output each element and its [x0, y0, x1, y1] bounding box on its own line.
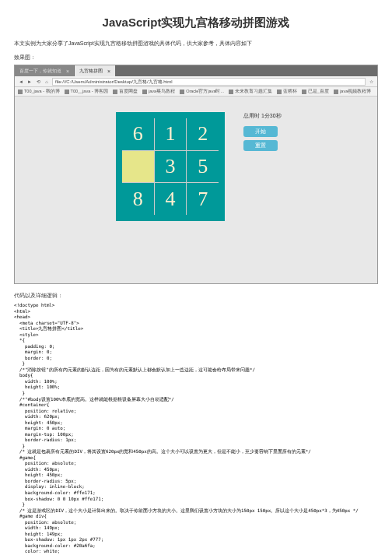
timer-text: 总用时 1分30秒 [243, 112, 282, 120]
bookmark-icon [113, 90, 117, 94]
puzzle-tile[interactable]: 5 [187, 151, 219, 183]
forward-icon[interactable]: ► [26, 79, 33, 85]
bookmark-item[interactable]: Oracle官方java时... [180, 89, 224, 94]
game-container: 6 1 2 3 5 8 4 7 总用时 1分30秒 开始 重置 [116, 112, 282, 221]
bookmark-icon [142, 90, 147, 94]
page-title: JavaScript实现九宫格移动拼图游戏 [14, 16, 378, 30]
url-input[interactable]: file:///C:/Users/Administrator/Desktop/九… [52, 78, 366, 86]
bookmark-icon [65, 90, 69, 94]
close-icon[interactable]: × [107, 68, 110, 74]
star-icon[interactable]: ☆ [368, 79, 374, 85]
puzzle-tile[interactable]: 6 [122, 118, 154, 150]
puzzle-tile[interactable]: 8 [122, 183, 154, 215]
bookmark-item[interactable]: 已是_百度 [302, 89, 329, 94]
puzzle-tile[interactable]: 1 [155, 118, 187, 150]
intro-text: 本文实例为大家分享了JavaScript实现九宫格移动拼图游戏的具体代码，供大家… [14, 40, 378, 47]
bookmark-icon [302, 90, 306, 94]
reset-button[interactable]: 重置 [243, 140, 278, 151]
side-panel: 总用时 1分30秒 开始 重置 [243, 112, 282, 221]
bookmark-item[interactable]: T00_java - 我的博 [18, 89, 60, 94]
close-icon[interactable]: × [66, 68, 69, 74]
bookmark-bar: T00_java - 我的博 T00__java - 博客园 百度网盘 java… [15, 87, 377, 97]
browser-tab[interactable]: 百度一下，你就知道× [15, 65, 74, 76]
bookmark-icon [334, 90, 338, 94]
puzzle-tile-empty[interactable] [122, 151, 154, 183]
bookmark-icon [229, 90, 233, 94]
bookmark-icon [180, 90, 184, 94]
puzzle-tile[interactable]: 3 [155, 151, 187, 183]
bookmark-item[interactable]: T00__java - 博客园 [65, 89, 109, 94]
bookmark-item[interactable]: java视频教程博 [334, 89, 371, 94]
bookmark-icon [18, 90, 23, 94]
browser-mock: 百度一下，你就知道× 九宫格拼图× ◄ ► ⟲ ⌂ file:///C:/Use… [14, 65, 378, 284]
bookmark-item[interactable]: 百度网盘 [113, 89, 138, 94]
bookmark-icon [277, 90, 282, 94]
bookmark-item[interactable]: 蓝桥杯 [277, 89, 297, 94]
code-label: 代码以及详细逻辑： [14, 292, 378, 300]
reload-icon[interactable]: ⟲ [35, 79, 41, 85]
tab-bar: 百度一下，你就知道× 九宫格拼图× [15, 65, 377, 76]
start-button[interactable]: 开始 [243, 126, 278, 137]
nav-bar: ◄ ► ⟲ ⌂ file:///C:/Users/Administrator/D… [15, 76, 377, 87]
back-icon[interactable]: ◄ [18, 79, 24, 85]
home-icon[interactable]: ⌂ [44, 79, 50, 85]
game-board: 6 1 2 3 5 8 4 7 [116, 112, 225, 221]
puzzle-tile[interactable]: 4 [155, 183, 187, 215]
viewport: 6 1 2 3 5 8 4 7 总用时 1分30秒 开始 重置 [15, 97, 377, 283]
browser-tab-active[interactable]: 九宫格拼图× [75, 65, 115, 76]
puzzle-tile[interactable]: 2 [187, 118, 219, 150]
puzzle-tile[interactable]: 7 [187, 183, 219, 215]
bookmark-item[interactable]: 未来教育习题汇集 [229, 89, 272, 94]
code-block: <!doctype html> <html> <head> <meta char… [14, 303, 378, 555]
effect-label: 效果图： [14, 54, 378, 61]
bookmark-item[interactable]: java菜鸟教程 [142, 89, 175, 94]
